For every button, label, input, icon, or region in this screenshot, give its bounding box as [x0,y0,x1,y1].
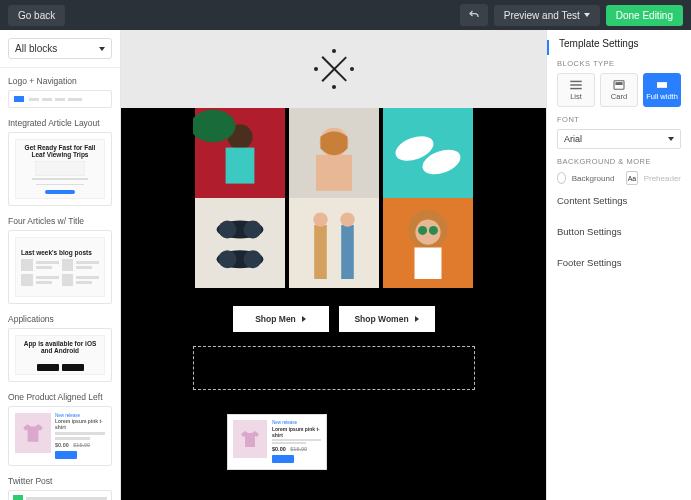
svg-rect-17 [289,198,379,288]
preview-test-button[interactable]: Preview and Test [494,5,600,26]
chevron-right-icon [302,316,306,322]
svg-rect-29 [570,84,581,85]
app-store-badges [37,364,84,371]
drop-zone[interactable] [193,346,475,390]
block-category-applications: Applications [8,314,112,324]
card-icon [613,80,625,90]
list-icon [570,80,582,90]
mini-cta-button [45,190,75,194]
svg-rect-32 [615,82,622,85]
block-category-integrated: Integrated Article Layout [8,118,112,128]
drag-small-label: New release [272,420,321,425]
preview-test-label: Preview and Test [504,10,580,21]
undo-icon [468,9,480,21]
button-settings-link[interactable]: Button Settings [557,216,681,247]
tshirt-image-placeholder [15,413,51,453]
blocks-type-label: BLOCKS TYPE [557,59,681,68]
block-card-one-product[interactable]: New release Lorem ipsum pink t-shirt $0.… [8,406,112,466]
svg-rect-19 [341,225,354,279]
brand-logo-icon [317,52,351,86]
block-category-twitter: Twitter Post [8,476,112,486]
svg-point-21 [340,212,354,226]
grid-tile [193,198,287,288]
preheader-toggle[interactable]: Aa [626,171,637,185]
product-image-grid [193,108,475,288]
preheader-label: Preheader [644,174,681,183]
svg-point-15 [218,250,236,268]
footer-settings-link[interactable]: Footer Settings [557,247,681,278]
fullwidth-icon [656,80,668,90]
drag-price: $0.00 [272,446,286,452]
blocks-filter-select[interactable]: All blocks [8,38,112,59]
blocks-list[interactable]: Logo + Navigation Integrated Article Lay… [0,68,120,500]
svg-rect-33 [657,82,667,88]
svg-point-13 [243,221,261,239]
done-editing-button[interactable]: Done Editing [606,5,683,26]
tshirt-image-placeholder [233,420,267,458]
svg-rect-30 [570,87,581,88]
drag-old-price: $15.00 [290,446,307,452]
svg-point-25 [418,226,427,235]
font-label: FONT [557,115,681,124]
grid-tile [193,108,287,198]
svg-rect-6 [316,155,352,191]
block-category-logo-nav: Logo + Navigation [8,76,112,86]
bicycle-image-placeholder [35,161,85,176]
grid-tile [381,108,475,198]
panel-title: Template Settings [557,38,681,49]
top-toolbar: Go back Preview and Test Done Editing [0,0,691,30]
font-select[interactable]: Arial [557,129,681,149]
svg-point-20 [313,212,327,226]
content-settings-link[interactable]: Content Settings [557,185,681,216]
grid-tile [381,198,475,288]
grid-tile [287,108,381,198]
block-card-applications[interactable]: App is available for iOS and Android [8,328,112,382]
svg-point-16 [243,250,261,268]
svg-point-12 [218,221,236,239]
background-label: Background [572,174,615,183]
block-category-one-product: One Product Aligned Left [8,392,112,402]
chevron-right-icon [415,316,419,322]
editor-canvas[interactable]: Shop Men Shop Women New release Lorem ip… [121,30,546,500]
canvas-logo-area [121,30,546,108]
mini-card-title: Last week's blog posts [21,249,92,256]
block-category-four-articles: Four Articles w/ Title [8,216,112,226]
svg-rect-28 [570,80,581,81]
blocks-type-fullwidth[interactable]: Full width [643,73,681,107]
shop-men-button[interactable]: Shop Men [233,306,329,332]
font-value: Arial [564,134,582,144]
shop-women-button[interactable]: Shop Women [339,306,435,332]
block-card-four-articles[interactable]: Last week's blog posts [8,230,112,304]
blocks-filter-value: All blocks [15,43,57,54]
background-color-swatch[interactable] [557,172,566,184]
block-card-integrated[interactable]: Get Ready Fast for Fall Leaf Viewing Tri… [8,132,112,206]
chevron-down-icon [668,137,674,141]
blocks-type-card[interactable]: Card [600,73,638,107]
chevron-down-icon [99,47,105,51]
mini-card-title: App is available for iOS and Android [20,340,100,354]
bg-more-label: BACKGROUND & MORE [557,157,681,166]
chevron-down-icon [584,13,590,17]
mini-card-title: Get Ready Fast for Fall Leaf Viewing Tri… [20,144,100,158]
block-card-twitter[interactable] [8,490,112,500]
drag-cta-button [272,455,294,463]
settings-panel: Template Settings BLOCKS TYPE List Card … [546,30,691,500]
grid-tile [287,198,381,288]
svg-rect-2 [225,148,254,184]
go-back-button[interactable]: Go back [8,5,65,26]
mini-cta-button [55,451,77,459]
svg-rect-18 [314,225,327,279]
drag-product-title: Lorem ipsum pink t-shirt [272,426,321,438]
blocks-sidebar: All blocks Logo + Navigation Integrated … [0,30,121,500]
svg-rect-27 [414,248,441,280]
svg-rect-10 [195,198,285,288]
dragging-block-preview[interactable]: New release Lorem ipsum pink t-shirt $0.… [227,414,327,470]
blocks-type-list[interactable]: List [557,73,595,107]
block-card-logo-nav[interactable] [8,90,112,108]
undo-button[interactable] [460,4,488,26]
svg-point-26 [428,226,437,235]
